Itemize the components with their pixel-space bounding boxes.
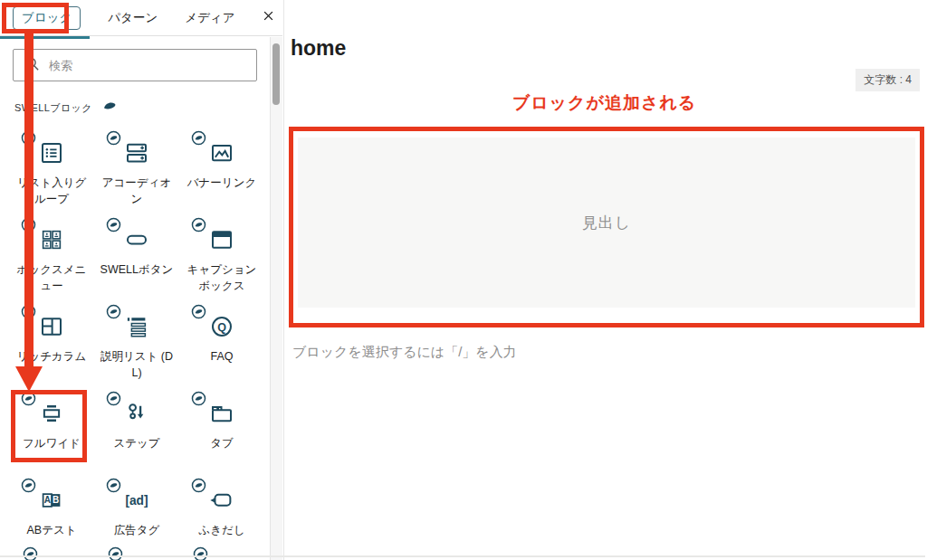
speech-bubble-icon xyxy=(208,486,235,515)
faq-icon: Q xyxy=(208,312,235,341)
block-item-label: SWELLボタン xyxy=(100,261,174,278)
banner-link-icon xyxy=(208,138,235,167)
block-item-full-wide[interactable]: フルワイド xyxy=(9,384,94,471)
tab-icon xyxy=(208,399,235,428)
heading-placeholder: 見出し xyxy=(582,213,631,233)
inserter-tabs-header: ブロック パターン メディア xyxy=(0,0,282,36)
swell-block-section-header: SWELLブロック xyxy=(0,87,282,122)
window-bottom-border xyxy=(0,555,925,557)
block-search-box[interactable] xyxy=(13,49,257,81)
swell-badge-icon xyxy=(191,478,206,493)
accordion-icon xyxy=(123,138,150,167)
block-item-ab-test[interactable]: AB ABテスト xyxy=(9,471,94,558)
block-item-step[interactable]: ステップ xyxy=(94,384,179,471)
block-grid: リスト入りグループ アコーディオン バナーリンク ボックスメニュー SWELLボ… xyxy=(0,122,282,558)
caption-box-icon xyxy=(208,225,235,254)
svg-text:A: A xyxy=(44,495,51,505)
svg-text:[ad]: [ad] xyxy=(125,494,148,508)
block-item-label: 広告タグ xyxy=(114,522,160,538)
swell-badge-icon xyxy=(106,130,121,146)
block-item-speech-bubble[interactable]: ふきだし xyxy=(179,471,264,558)
editor-canvas: home 文字数 : 4 ブロックが追加される 見出し ブロックを選択するには「… xyxy=(283,0,927,560)
close-icon xyxy=(262,9,275,26)
ad-tag-icon: [ad] xyxy=(123,486,150,515)
swell-badge-icon xyxy=(21,391,36,406)
panel-scrollbar-thumb[interactable] xyxy=(272,43,280,105)
step-icon xyxy=(123,399,150,428)
ab-test-icon: AB xyxy=(38,486,65,515)
char-count-badge: 文字数 : 4 xyxy=(855,69,920,91)
tab-patterns[interactable]: パターン xyxy=(108,10,158,26)
full-wide-block[interactable]: 見出し xyxy=(298,138,915,308)
block-item-list-group[interactable]: リスト入りグループ xyxy=(9,124,94,211)
rich-columns-icon xyxy=(38,312,65,341)
block-item-label: 説明リスト (DL) xyxy=(98,348,176,381)
description-list-icon xyxy=(123,312,150,341)
tab-patterns-label: パターン xyxy=(108,11,158,24)
paragraph-placeholder[interactable]: ブロックを選択するには「/」を入力 xyxy=(292,344,517,361)
block-item-banner-link[interactable]: バナーリンク xyxy=(179,124,264,211)
swell-badge-icon xyxy=(191,130,206,146)
block-item-faq[interactable]: Q FAQ xyxy=(179,298,264,384)
full-wide-icon xyxy=(38,399,65,428)
tab-media[interactable]: メディア xyxy=(185,10,234,26)
svg-text:Q: Q xyxy=(217,321,226,334)
block-item-label: アコーディオン xyxy=(98,175,176,207)
annotation-arrow-shaft xyxy=(24,33,33,368)
app-window: ブロック パターン メディア SWELLブロック xyxy=(0,0,927,560)
list-group-icon xyxy=(38,138,65,167)
swell-badge-icon xyxy=(191,391,206,406)
box-menu-icon xyxy=(38,225,65,254)
swell-badge-icon xyxy=(193,546,208,560)
block-item-label: キャプションボックス xyxy=(183,261,261,294)
swell-badge-icon xyxy=(106,304,121,319)
annotation-text: ブロックが追加される xyxy=(289,91,920,115)
swell-button-icon xyxy=(123,225,150,254)
block-item-label: ABテスト xyxy=(26,522,76,538)
block-item-accordion[interactable]: アコーディオン xyxy=(94,124,179,211)
swell-badge-icon xyxy=(108,546,123,560)
panel-scrollbar[interactable] xyxy=(270,37,282,560)
swell-badge-icon xyxy=(106,391,121,406)
tab-blocks-label: ブロック xyxy=(13,6,81,30)
swell-badge-icon xyxy=(23,546,38,560)
block-item-label: ステップ xyxy=(113,435,159,451)
annotation-arrow-head xyxy=(15,366,43,392)
block-item-ad-tag[interactable]: [ad] 広告タグ xyxy=(94,471,179,558)
swell-logo-icon xyxy=(101,98,119,119)
block-inserter-panel: ブロック パターン メディア SWELLブロック xyxy=(0,0,282,560)
block-item-label: フルワイド xyxy=(23,435,81,451)
block-item-tab[interactable]: タブ xyxy=(179,384,264,471)
swell-badge-icon xyxy=(106,478,121,493)
swell-badge-icon xyxy=(106,217,121,233)
block-item-description-list[interactable]: 説明リスト (DL) xyxy=(94,298,179,384)
swell-badge-icon xyxy=(191,217,206,233)
block-item-label: ふきだし xyxy=(198,522,244,538)
block-item-label: タブ xyxy=(210,435,234,451)
swell-badge-icon xyxy=(21,478,36,493)
block-item-swell-button[interactable]: SWELLボタン xyxy=(94,211,179,298)
block-item-label: バナーリンク xyxy=(187,175,256,191)
annotation-box-inserted-block: 見出し xyxy=(289,127,924,327)
search-input[interactable] xyxy=(49,59,247,72)
block-item-label: FAQ xyxy=(210,348,233,365)
post-title[interactable]: home xyxy=(291,36,346,61)
svg-text:B: B xyxy=(53,495,59,505)
tab-media-label: メディア xyxy=(185,11,234,24)
swell-badge-icon xyxy=(191,304,206,319)
tab-blocks[interactable]: ブロック xyxy=(13,6,81,30)
close-inserter-button[interactable] xyxy=(262,9,275,26)
block-item-box-menu[interactable]: ボックスメニュー xyxy=(9,211,94,298)
block-item-caption-box[interactable]: キャプションボックス xyxy=(179,211,264,298)
